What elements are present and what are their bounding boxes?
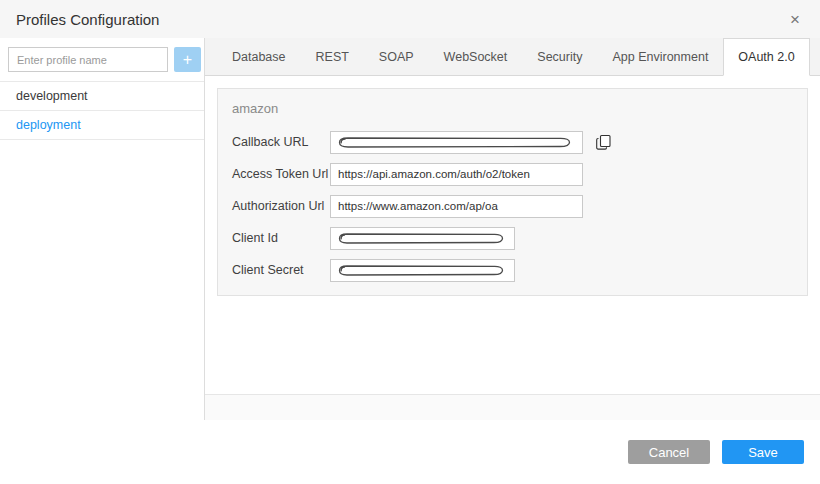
field-label: Authorization Url (232, 199, 330, 213)
tab-websocket[interactable]: WebSocket (429, 38, 523, 75)
copy-icon[interactable] (595, 134, 612, 151)
field-row-client-id: Client Id (232, 226, 793, 250)
field-label: Client Id (232, 231, 330, 245)
profile-item-deployment[interactable]: deployment (0, 111, 204, 140)
field-row-access-token-url: Access Token Url (232, 162, 793, 186)
field-row-callback-url: Callback URL (232, 130, 793, 154)
field-row-authorization-url: Authorization Url (232, 194, 793, 218)
tab-rest[interactable]: REST (301, 38, 364, 75)
profile-item-development[interactable]: development (0, 82, 204, 111)
tab-security[interactable]: Security (522, 38, 597, 75)
dialog-title: Profiles Configuration (16, 11, 159, 28)
tab-bar: Database REST SOAP WebSocket Security Ap… (205, 38, 820, 76)
tab-app-environment[interactable]: App Environment (597, 38, 723, 75)
tab-database[interactable]: Database (217, 38, 301, 75)
dialog-body: + development deployment Database REST S… (0, 38, 820, 420)
section-title: amazon (232, 101, 793, 116)
profile-list: development deployment (0, 81, 204, 140)
redacted-scribble (336, 231, 506, 246)
field-label: Client Secret (232, 263, 330, 277)
callback-url-field[interactable] (330, 131, 583, 154)
access-token-url-input[interactable] (330, 163, 583, 186)
field-label: Callback URL (232, 135, 330, 149)
tab-soap[interactable]: SOAP (364, 38, 429, 75)
redacted-scribble (336, 263, 506, 278)
profile-add-row: + (0, 38, 204, 81)
client-secret-field[interactable] (330, 259, 515, 282)
profiles-configuration-dialog: Profiles Configuration × + development d… (0, 0, 820, 484)
tab-oauth-2-0[interactable]: OAuth 2.0 (723, 38, 809, 76)
add-profile-button[interactable]: + (174, 47, 201, 72)
profile-name-input[interactable] (8, 47, 168, 72)
close-icon[interactable]: × (786, 9, 804, 30)
authorization-url-input[interactable] (330, 195, 583, 218)
field-row-client-secret: Client Secret (232, 258, 793, 282)
field-label: Access Token Url (232, 167, 330, 181)
profiles-sidebar: + development deployment (0, 38, 205, 420)
cancel-button[interactable]: Cancel (628, 440, 710, 464)
redacted-scribble (336, 135, 573, 150)
bottom-strip (205, 394, 820, 420)
tab-content: amazon Callback URL (205, 76, 820, 394)
dialog-footer: Cancel Save (0, 420, 820, 484)
client-id-field[interactable] (330, 227, 515, 250)
main-panel: Database REST SOAP WebSocket Security Ap… (205, 38, 820, 420)
oauth-amazon-panel: amazon Callback URL (217, 88, 808, 296)
save-button[interactable]: Save (722, 440, 804, 464)
dialog-header: Profiles Configuration × (0, 0, 820, 38)
